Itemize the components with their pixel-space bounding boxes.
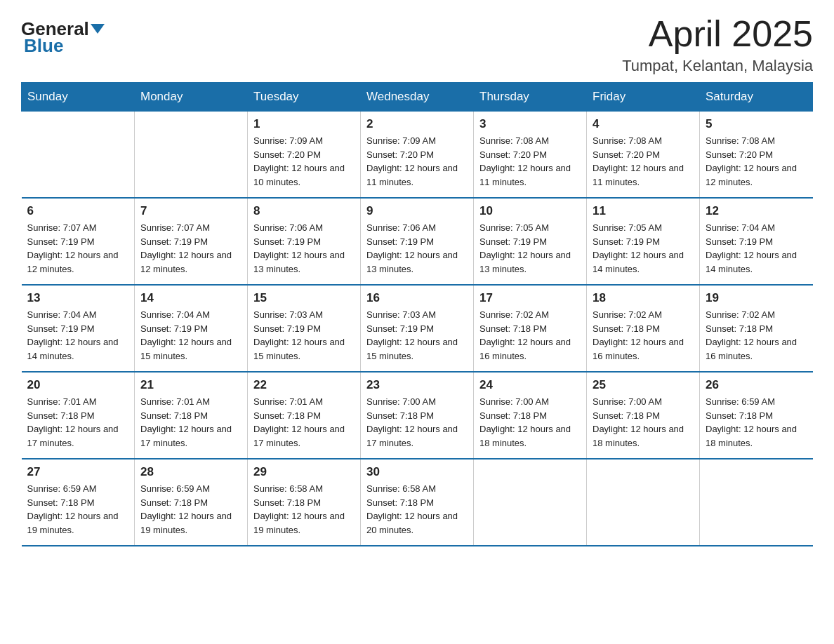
- calendar-title: April 2025: [622, 14, 813, 54]
- day-number: 15: [253, 291, 355, 305]
- page-header: General Blue April 2025 Tumpat, Kelantan…: [21, 14, 813, 75]
- day-number: 30: [366, 465, 468, 479]
- calendar-cell: [135, 112, 248, 199]
- header-day-thursday: Thursday: [474, 83, 587, 112]
- week-row-1: 1Sunrise: 7:09 AMSunset: 7:20 PMDaylight…: [22, 112, 813, 199]
- calendar-cell: 9Sunrise: 7:06 AMSunset: 7:19 PMDaylight…: [361, 198, 474, 285]
- day-number: 12: [706, 204, 807, 218]
- day-info: Sunrise: 7:02 AMSunset: 7:18 PMDaylight:…: [593, 308, 694, 363]
- day-number: 2: [366, 117, 468, 131]
- calendar-cell: 13Sunrise: 7:04 AMSunset: 7:19 PMDayligh…: [22, 285, 135, 372]
- calendar-body: 1Sunrise: 7:09 AMSunset: 7:20 PMDaylight…: [22, 112, 813, 546]
- day-info: Sunrise: 6:59 AMSunset: 7:18 PMDaylight:…: [140, 482, 241, 537]
- calendar-cell: 5Sunrise: 7:08 AMSunset: 7:20 PMDaylight…: [700, 112, 813, 199]
- day-info: Sunrise: 7:04 AMSunset: 7:19 PMDaylight:…: [706, 221, 807, 276]
- week-row-3: 13Sunrise: 7:04 AMSunset: 7:19 PMDayligh…: [22, 285, 813, 372]
- day-number: 19: [706, 291, 807, 305]
- calendar-cell: 18Sunrise: 7:02 AMSunset: 7:18 PMDayligh…: [587, 285, 700, 372]
- calendar-cell: 2Sunrise: 7:09 AMSunset: 7:20 PMDaylight…: [361, 112, 474, 199]
- day-info: Sunrise: 7:01 AMSunset: 7:18 PMDaylight:…: [140, 395, 241, 450]
- day-number: 18: [593, 291, 694, 305]
- calendar-subtitle: Tumpat, Kelantan, Malaysia: [622, 57, 813, 75]
- day-number: 28: [140, 465, 241, 479]
- week-row-4: 20Sunrise: 7:01 AMSunset: 7:18 PMDayligh…: [22, 372, 813, 459]
- day-number: 6: [27, 204, 129, 218]
- day-number: 14: [140, 291, 241, 305]
- day-info: Sunrise: 7:06 AMSunset: 7:19 PMDaylight:…: [366, 221, 468, 276]
- day-number: 16: [366, 291, 468, 305]
- header-day-saturday: Saturday: [700, 83, 813, 112]
- header-day-sunday: Sunday: [22, 83, 135, 112]
- calendar-cell: 21Sunrise: 7:01 AMSunset: 7:18 PMDayligh…: [135, 372, 248, 459]
- calendar-cell: 8Sunrise: 7:06 AMSunset: 7:19 PMDaylight…: [248, 198, 361, 285]
- day-number: 5: [706, 117, 807, 131]
- logo-blue-text: Blue: [21, 35, 63, 57]
- day-number: 9: [366, 204, 468, 218]
- day-info: Sunrise: 7:01 AMSunset: 7:18 PMDaylight:…: [253, 395, 355, 450]
- calendar-cell: 25Sunrise: 7:00 AMSunset: 7:18 PMDayligh…: [587, 372, 700, 459]
- logo-arrow-icon: [91, 24, 105, 34]
- day-number: 23: [366, 378, 468, 392]
- day-info: Sunrise: 7:00 AMSunset: 7:18 PMDaylight:…: [479, 395, 581, 450]
- day-info: Sunrise: 7:07 AMSunset: 7:19 PMDaylight:…: [140, 221, 241, 276]
- day-info: Sunrise: 7:08 AMSunset: 7:20 PMDaylight:…: [706, 134, 807, 189]
- logo: General Blue: [21, 14, 105, 57]
- calendar-cell: [474, 459, 587, 546]
- day-number: 11: [593, 204, 694, 218]
- day-number: 22: [253, 378, 355, 392]
- calendar-cell: 11Sunrise: 7:05 AMSunset: 7:19 PMDayligh…: [587, 198, 700, 285]
- calendar-cell: 27Sunrise: 6:59 AMSunset: 7:18 PMDayligh…: [22, 459, 135, 546]
- day-number: 4: [593, 117, 694, 131]
- day-info: Sunrise: 7:09 AMSunset: 7:20 PMDaylight:…: [366, 134, 468, 189]
- calendar-cell: [700, 459, 813, 546]
- calendar-cell: 3Sunrise: 7:08 AMSunset: 7:20 PMDaylight…: [474, 112, 587, 199]
- day-info: Sunrise: 6:58 AMSunset: 7:18 PMDaylight:…: [253, 482, 355, 537]
- day-number: 7: [140, 204, 241, 218]
- day-info: Sunrise: 7:02 AMSunset: 7:18 PMDaylight:…: [706, 308, 807, 363]
- day-number: 13: [27, 291, 129, 305]
- day-info: Sunrise: 7:09 AMSunset: 7:20 PMDaylight:…: [253, 134, 355, 189]
- day-info: Sunrise: 7:04 AMSunset: 7:19 PMDaylight:…: [27, 308, 129, 363]
- day-number: 10: [479, 204, 581, 218]
- day-number: 27: [27, 465, 129, 479]
- calendar-cell: 1Sunrise: 7:09 AMSunset: 7:20 PMDaylight…: [248, 112, 361, 199]
- day-number: 3: [479, 117, 581, 131]
- header-day-tuesday: Tuesday: [248, 83, 361, 112]
- calendar-cell: 29Sunrise: 6:58 AMSunset: 7:18 PMDayligh…: [248, 459, 361, 546]
- day-number: 20: [27, 378, 129, 392]
- header-day-monday: Monday: [135, 83, 248, 112]
- calendar-cell: 15Sunrise: 7:03 AMSunset: 7:19 PMDayligh…: [248, 285, 361, 372]
- day-number: 1: [253, 117, 355, 131]
- header-row: SundayMondayTuesdayWednesdayThursdayFrid…: [22, 83, 813, 112]
- day-number: 25: [593, 378, 694, 392]
- day-info: Sunrise: 7:07 AMSunset: 7:19 PMDaylight:…: [27, 221, 129, 276]
- calendar-cell: 10Sunrise: 7:05 AMSunset: 7:19 PMDayligh…: [474, 198, 587, 285]
- day-info: Sunrise: 7:08 AMSunset: 7:20 PMDaylight:…: [593, 134, 694, 189]
- calendar-header: SundayMondayTuesdayWednesdayThursdayFrid…: [22, 83, 813, 112]
- calendar-cell: 4Sunrise: 7:08 AMSunset: 7:20 PMDaylight…: [587, 112, 700, 199]
- week-row-2: 6Sunrise: 7:07 AMSunset: 7:19 PMDaylight…: [22, 198, 813, 285]
- day-info: Sunrise: 6:59 AMSunset: 7:18 PMDaylight:…: [706, 395, 807, 450]
- calendar-cell: 6Sunrise: 7:07 AMSunset: 7:19 PMDaylight…: [22, 198, 135, 285]
- day-info: Sunrise: 7:03 AMSunset: 7:19 PMDaylight:…: [366, 308, 468, 363]
- day-number: 26: [706, 378, 807, 392]
- calendar-cell: 20Sunrise: 7:01 AMSunset: 7:18 PMDayligh…: [22, 372, 135, 459]
- week-row-5: 27Sunrise: 6:59 AMSunset: 7:18 PMDayligh…: [22, 459, 813, 546]
- calendar-cell: 22Sunrise: 7:01 AMSunset: 7:18 PMDayligh…: [248, 372, 361, 459]
- title-section: April 2025 Tumpat, Kelantan, Malaysia: [622, 14, 813, 75]
- day-info: Sunrise: 7:05 AMSunset: 7:19 PMDaylight:…: [593, 221, 694, 276]
- day-info: Sunrise: 6:59 AMSunset: 7:18 PMDaylight:…: [27, 482, 129, 537]
- calendar-cell: 17Sunrise: 7:02 AMSunset: 7:18 PMDayligh…: [474, 285, 587, 372]
- day-number: 8: [253, 204, 355, 218]
- day-number: 21: [140, 378, 241, 392]
- calendar-cell: 23Sunrise: 7:00 AMSunset: 7:18 PMDayligh…: [361, 372, 474, 459]
- day-number: 17: [479, 291, 581, 305]
- calendar-table: SundayMondayTuesdayWednesdayThursdayFrid…: [21, 82, 813, 546]
- day-info: Sunrise: 7:02 AMSunset: 7:18 PMDaylight:…: [479, 308, 581, 363]
- day-info: Sunrise: 7:01 AMSunset: 7:18 PMDaylight:…: [27, 395, 129, 450]
- calendar-cell: 28Sunrise: 6:59 AMSunset: 7:18 PMDayligh…: [135, 459, 248, 546]
- calendar-cell: 30Sunrise: 6:58 AMSunset: 7:18 PMDayligh…: [361, 459, 474, 546]
- day-info: Sunrise: 7:00 AMSunset: 7:18 PMDaylight:…: [593, 395, 694, 450]
- day-info: Sunrise: 6:58 AMSunset: 7:18 PMDaylight:…: [366, 482, 468, 537]
- calendar-cell: [22, 112, 135, 199]
